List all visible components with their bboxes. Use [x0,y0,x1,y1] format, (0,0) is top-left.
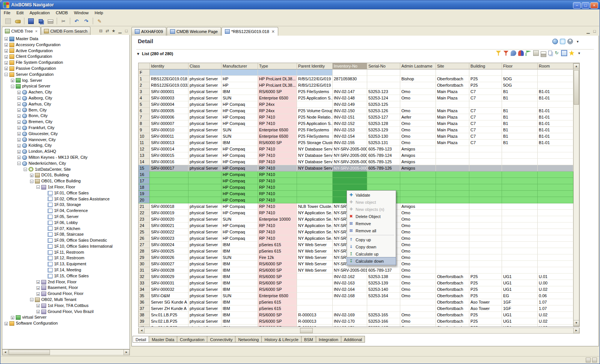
filter-cell-identity[interactable] [150,69,188,76]
row-number[interactable]: 13 [139,152,150,159]
cell-man[interactable]: IBM [222,248,258,254]
flag-icon[interactable] [526,50,531,56]
cell-site[interactable]: Main Plaza [436,133,469,140]
cell-room[interactable] [538,235,573,242]
cell-adm[interactable]: Omo [400,312,436,318]
minimize-icon[interactable]: − [573,2,581,9]
column-header-rownum[interactable] [139,63,150,69]
menu-application[interactable]: Application [27,10,53,16]
cell-man[interactable]: SUN [222,254,258,261]
cell-type[interactable]: RP 24xx [258,101,297,108]
cell-adm[interactable]: Amigos [400,203,436,210]
cell-room[interactable] [538,178,573,184]
cell-bld[interactable] [469,261,502,267]
cell-identity[interactable]: SRV-000023 [150,235,188,242]
cell-type[interactable]: RP 7410 [258,229,297,235]
menu-window[interactable]: Window [71,10,92,16]
cell-flr[interactable] [502,203,538,210]
tree-item-client-configuration[interactable]: +Client Configuration [2,54,130,60]
cell-identity[interactable]: SRV-000032 [150,286,188,293]
pin-icon[interactable] [511,50,516,56]
cell-flr[interactable] [502,152,538,159]
maximize-icon[interactable]: □ [124,28,129,33]
cell-identity[interactable]: SRV-000006 [150,114,188,120]
cell-type[interactable]: Enterprise 10000 [258,216,297,223]
tree-item-gloucester-city[interactable]: +Gloucester, City [2,131,130,137]
collapse-toggle[interactable]: − [36,185,40,189]
tree-horizontal-scrollbar[interactable]: ◄ ► [2,349,130,355]
cell-par[interactable]: P25 Application S... [297,120,333,127]
cell-inv[interactable]: INV-02-151 [333,114,367,120]
tree-item-hannover-city[interactable]: +Hannover, City [2,137,130,143]
cell-site[interactable]: Oberforstbach [436,274,469,280]
cell-identity[interactable]: SRV-000018 [150,203,188,210]
magnet-icon[interactable] [518,50,524,56]
table-row[interactable]: 40Srv.03.LB.P25physical ServerIBMRS/6000… [139,325,573,327]
cell-identity[interactable]: SRV-000027 [150,261,188,267]
cell-site[interactable] [436,229,469,235]
cell-flr[interactable] [502,101,538,108]
table-row[interactable]: 33SRV-000031physical ServerIBMRS/6000 SP… [139,280,573,286]
cell-inv[interactable]: NY-SRV-2005-0015 [333,267,367,274]
scroll-right-icon[interactable]: ► [573,328,579,334]
cell-type[interactable]: RS/6000 SP [258,280,297,286]
cell-clazz[interactable]: physical Server [188,120,222,127]
cell-identity[interactable]: SRV-000010 [150,127,188,133]
cell-man[interactable]: IBM [222,280,258,286]
expand-toggle[interactable]: + [36,286,40,290]
scroll-left-icon[interactable]: ◄ [2,349,8,355]
tree-item-bonn-city[interactable]: +Bonn, City [2,113,130,119]
tree-item-master-data[interactable]: +Master Data [2,36,130,42]
cell-type[interactable]: RP 24xx [258,108,297,114]
cell-identity[interactable]: SRV-O&M [150,293,188,299]
table-row[interactable]: 18HP CompaqRP 7410 [139,184,573,191]
cell-par[interactable]: NY Web Server [297,248,333,254]
cell-par[interactable] [297,184,333,191]
expand-toggle[interactable]: + [17,138,21,141]
cell-bld[interactable] [469,235,502,242]
row-number[interactable]: 5 [139,101,150,108]
cell-bld[interactable] [469,242,502,248]
cell-bld[interactable]: P25 [469,312,502,318]
cell-site[interactable] [436,216,469,223]
favorite-icon[interactable]: ★ [111,28,116,33]
row-number[interactable]: 14 [139,159,150,165]
filter-icon[interactable] [496,50,501,56]
tab-additional[interactable]: Additional [341,336,365,343]
cell-bld[interactable]: P25 [469,76,502,82]
tree-item-virtual-server[interactable]: +virtual Server [2,314,130,320]
column-header-floor[interactable]: Floor [502,63,538,69]
key-icon[interactable] [13,17,22,25]
cell-inv[interactable]: NY-SRV-2005-0002 [333,152,367,159]
cell-inv[interactable]: INV-02-154 [333,133,367,140]
tree-item-aarhus-city[interactable]: +Aarhus, City [2,101,130,107]
cell-room[interactable]: U.02 [538,325,573,327]
cell-site[interactable] [436,178,469,184]
scroll-up-icon[interactable]: ▲ [573,63,579,69]
filter-cell-type[interactable] [258,69,297,76]
cell-site[interactable]: Oberforstbach [436,76,469,82]
tree-item-1stdatacenter-site[interactable]: −1stDataCenter, Site [2,167,130,173]
tree-item-active-configuration[interactable]: +Active Configuration [2,48,130,54]
cell-clazz[interactable]: physical Server [188,318,222,325]
cell-par[interactable]: P25 Node Relatio... [297,114,333,120]
cell-clazz[interactable]: physical Server [188,114,222,120]
table-row[interactable]: 39Srv.02.LB.P25physical ServerIBMRS/6000… [139,318,573,325]
cell-clazz[interactable]: physical Server [188,242,222,248]
cell-identity[interactable]: Srv.01.LB.P25 [150,312,188,318]
row-number[interactable]: 36 [139,299,150,305]
cell-clazz[interactable]: physical Server [188,108,222,114]
cell-ser[interactable]: 53253-125 [367,101,400,108]
cell-adm[interactable]: Omo [400,229,436,235]
cell-flr[interactable]: UG1 [502,318,538,325]
cell-clazz[interactable] [188,171,222,178]
cell-bld[interactable] [469,267,502,274]
cell-ser[interactable] [367,184,400,191]
cell-site[interactable] [436,146,469,152]
cell-ser[interactable] [367,171,400,178]
cell-man[interactable]: IBM [222,274,258,280]
row-number[interactable]: 6 [139,108,150,114]
row-number[interactable]: 24 [139,223,150,229]
cell-site[interactable]: Main Plaza [436,140,469,146]
cell-par[interactable]: P25 FileSystems [297,89,333,95]
